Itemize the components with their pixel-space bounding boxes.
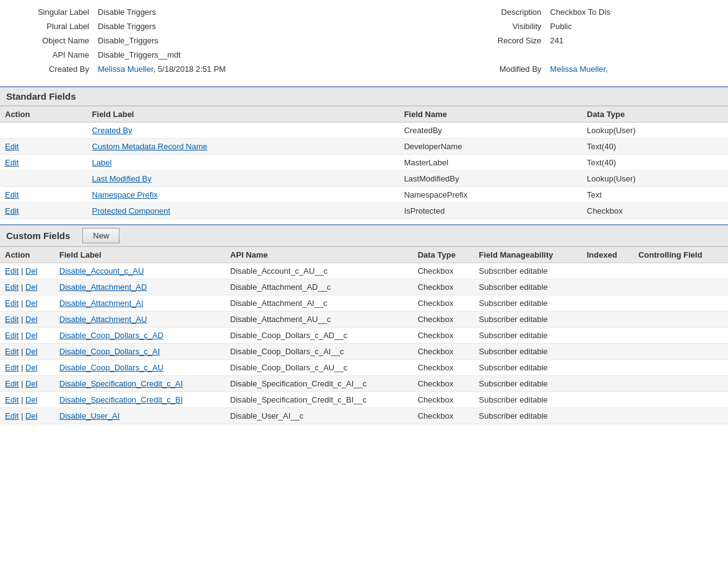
action-cell: Edit | Del [0,328,54,344]
custom-fields-header: Custom Fields New [0,224,728,246]
del-link[interactable]: Del [25,363,38,372]
action-cell: Edit [0,203,87,219]
field-label-link[interactable]: Disable_Attachment_AI [59,299,144,308]
action-cell: Edit | Del [0,295,54,312]
field-label-cell: Disable_Account_c_AU [54,263,225,279]
edit-link[interactable]: Edit [5,347,19,356]
controlling-field-cell [633,312,728,328]
field-label-cell: Disable_Specification_Credit_c_AI [54,376,225,392]
controlling-field-cell [633,295,728,312]
separator: | [19,379,25,388]
action-cell [0,171,87,187]
separator: | [19,282,25,292]
api-name-cell: Disable_Account_c_AU__c [225,263,413,279]
api-name-key: API Name [0,48,93,62]
separator: | [19,411,25,421]
action-cell: Edit | Del [0,408,54,424]
field-label-link[interactable]: Disable_Attachment_AD [59,282,147,292]
manageability-cell: Subscriber editable [474,295,582,312]
new-button[interactable]: New [82,228,119,243]
table-row: Edit | DelDisable_Coop_Dollars_c_AIDisab… [0,344,728,360]
field-label-cell: Protected Component [87,203,399,219]
indexed-cell [582,344,633,360]
created-by-link[interactable]: Melissa Mueller [98,64,154,74]
manageability-cell: Subscriber editable [474,263,582,279]
api-name-cell: Disable_Specification_Credit_c_BI__c [225,392,413,408]
table-row: Last Modified ByLastModifiedByLookup(Use… [0,171,728,187]
created-by-row: Created By Melissa Mueller, 5/18/2018 2:… [0,62,728,76]
del-link[interactable]: Del [25,331,38,340]
field-label-link[interactable]: Created By [92,126,132,135]
edit-link[interactable]: Edit [5,331,19,340]
del-link[interactable]: Del [25,299,38,308]
indexed-cell [582,279,633,295]
edit-link[interactable]: Edit [5,190,19,199]
field-label-link[interactable]: Disable_Account_c_AU [59,266,144,276]
edit-link[interactable]: Edit [5,282,19,292]
field-label-link[interactable]: Disable_Coop_Dollars_c_AI [59,347,160,356]
field-label-cell: Last Modified By [87,171,399,187]
field-label-cell: Disable_Coop_Dollars_c_AD [54,328,225,344]
field-label-link[interactable]: Disable_Coop_Dollars_c_AU [59,363,163,372]
separator: | [19,299,25,308]
controlling-field-cell [633,408,728,424]
field-label-link[interactable]: Protected Component [92,206,170,216]
del-link[interactable]: Del [25,282,38,292]
manageability-cell: Subscriber editable [474,279,582,295]
action-cell: Edit | Del [0,263,54,279]
standard-fields-table: Action Field Label Field Name Data Type … [0,106,728,219]
edit-link[interactable]: Edit [5,158,19,167]
del-link[interactable]: Del [25,379,38,388]
created-by-value: Melissa Mueller, 5/18/2018 2:51 PM [93,62,453,76]
col-api-name-cust: API Name [225,247,413,263]
del-link[interactable]: Del [25,411,38,421]
col-action-std: Action [0,107,87,123]
standard-fields-header: Standard Fields [0,86,728,106]
data-type-cell: Checkbox [413,295,474,312]
separator: | [19,363,25,372]
action-cell: Edit | Del [0,376,54,392]
field-label-cell: Disable_Coop_Dollars_c_AU [54,360,225,376]
col-field-name-std: Field Name [399,107,582,123]
edit-link[interactable]: Edit [5,395,19,404]
del-link[interactable]: Del [25,315,38,324]
col-action-cust: Action [0,247,54,263]
visibility-key: Visibility [453,19,545,33]
api-name-row: API Name Disable_Triggers__mdt [0,48,728,62]
field-label-link[interactable]: Disable_User_AI [59,411,120,421]
field-label-link[interactable]: Disable_Specification_Credit_c_BI [59,395,183,404]
api-name-cell: Disable_Coop_Dollars_c_AU__c [225,360,413,376]
plural-label-key: Plural Label [0,19,93,33]
field-label-link[interactable]: Disable_Attachment_AU [59,315,147,324]
col-manageability-cust: Field Manageability [474,247,582,263]
field-label-link[interactable]: Disable_Coop_Dollars_c_AD [59,331,163,340]
edit-link[interactable]: Edit [5,266,19,276]
col-field-label-std: Field Label [87,107,399,123]
del-link[interactable]: Del [25,395,38,404]
edit-link[interactable]: Edit [5,206,19,216]
edit-link[interactable]: Edit [5,315,19,324]
indexed-cell [582,328,633,344]
edit-link[interactable]: Edit [5,363,19,372]
edit-link[interactable]: Edit [5,299,19,308]
manageability-cell: Subscriber editable [474,392,582,408]
field-name-cell: DeveloperName [399,139,582,155]
edit-link[interactable]: Edit [5,142,19,151]
field-label-link[interactable]: Custom Metadata Record Name [92,142,207,151]
metadata-table: Singular Label Disable Triggers Descript… [0,5,728,76]
field-label-link[interactable]: Namespace Prefix [92,190,158,199]
del-link[interactable]: Del [25,266,38,276]
indexed-cell [582,360,633,376]
field-label-link[interactable]: Last Modified By [92,174,152,183]
edit-link[interactable]: Edit [5,411,19,421]
modified-by-link[interactable]: Melissa Mueller, [550,64,608,74]
controlling-field-cell [633,263,728,279]
manageability-cell: Subscriber editable [474,328,582,344]
description-value: Checkbox To Dis [545,5,728,19]
field-label-link[interactable]: Label [92,158,112,167]
field-label-link[interactable]: Disable_Specification_Credit_c_AI [59,379,183,388]
action-cell: Edit [0,155,87,171]
del-link[interactable]: Del [25,347,38,356]
separator: | [19,395,25,404]
edit-link[interactable]: Edit [5,379,19,388]
